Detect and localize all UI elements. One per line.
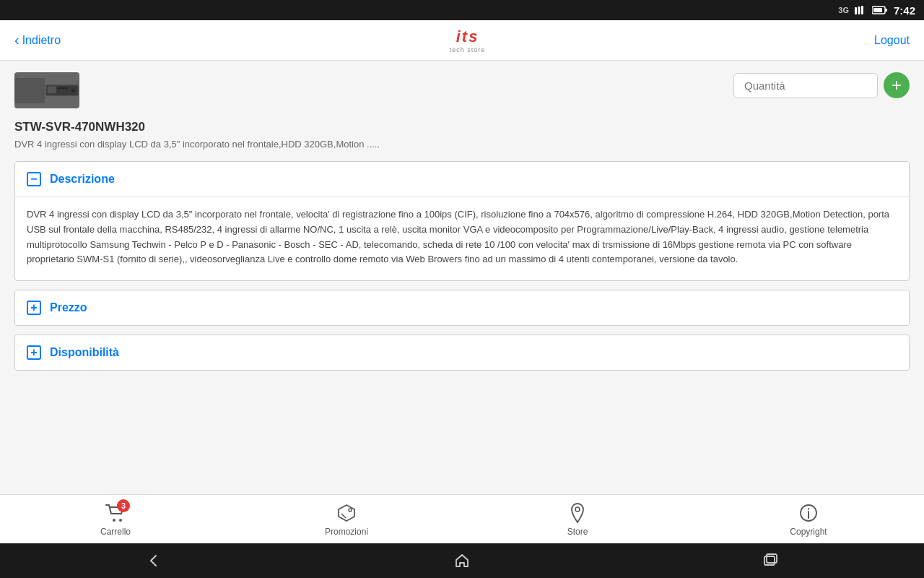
pin-icon [569,502,586,524]
svg-point-17 [575,507,580,512]
svg-point-15 [119,519,122,522]
accordion-disponibilita: + Disponibilità [14,335,910,371]
system-recent-button[interactable] [749,548,792,574]
tab-store[interactable]: Store [549,502,606,537]
svg-point-16 [349,509,352,512]
product-title: STW-SVR-470NWH320 [14,120,910,134]
svg-rect-22 [767,554,777,563]
clock: 7:42 [894,4,915,17]
svg-point-20 [808,508,809,509]
accordion-prezzo-title: Prezzo [50,301,87,314]
svg-rect-2 [861,6,863,14]
system-recent-icon [762,552,779,569]
signal-icon: 3G [838,6,849,14]
tab-promozioni[interactable]: Promozioni [318,502,375,537]
accordion-prezzo-icon: + [27,301,41,315]
svg-point-13 [72,90,74,91]
quantity-area: + [733,72,910,98]
back-label: Indietro [22,34,61,47]
accordion-descrizione-header[interactable]: − Descrizione [15,162,909,197]
svg-rect-4 [873,8,882,12]
accordion-descrizione-body: DVR 4 ingressi con display LCD da 3,5" i… [15,197,909,280]
accordion-disponibilita-title: Disponibilità [50,346,119,359]
system-nav-bar [0,543,924,578]
info-icon [799,504,818,522]
main-content: + STW-SVR-470NWH320 DVR 4 ingressi con d… [0,61,924,494]
tab-store-label: Store [567,527,588,537]
add-to-cart-button[interactable]: + [884,72,910,98]
accordion-disponibilita-header[interactable]: + Disponibilità [15,335,909,370]
svg-rect-1 [858,7,860,14]
tab-promozioni-icon-wrap [334,502,359,524]
tag-icon [336,503,357,523]
cart-badge: 3 [117,499,130,512]
system-home-icon [453,552,471,569]
svg-rect-11 [65,87,68,89]
accordion-prezzo-header[interactable]: + Prezzo [15,290,909,325]
accordion-disponibilita-icon: + [27,345,41,360]
svg-rect-10 [61,87,64,89]
svg-rect-8 [48,87,56,94]
status-bar: 3G 7:42 [0,0,924,20]
logo-sub: tech store [450,46,486,53]
tab-store-icon-wrap [565,502,590,524]
chevron-left-icon: ‹ [14,32,19,48]
accordion-descrizione-title: Descrizione [50,173,115,186]
svg-rect-0 [855,7,857,14]
system-home-button[interactable] [440,548,484,574]
battery-icon [872,6,888,14]
product-short-description: DVR 4 ingressi con display LCD da 3,5" i… [14,139,910,150]
accordion-descrizione: − Descrizione DVR 4 ingressi con display… [14,161,910,281]
product-image [14,72,79,108]
svg-rect-21 [764,556,775,565]
logo-text: its [456,27,479,46]
svg-point-14 [113,519,116,522]
svg-rect-9 [58,87,61,89]
system-back-icon [145,552,162,569]
svg-rect-5 [885,9,887,12]
accordion-descrizione-icon: − [27,172,41,186]
tab-copyright-label: Copyright [790,527,827,537]
nav-bar: ‹ Indietro its tech store Logout [0,20,924,61]
product-image-area [14,72,79,108]
bottom-tab-bar: 3 Carrello Promozioni Store [0,494,924,543]
plus-icon: + [892,77,902,94]
system-back-button[interactable] [132,548,175,574]
logout-button[interactable]: Logout [874,34,910,47]
product-header: + [14,72,910,108]
accordion-prezzo: + Prezzo [14,290,910,326]
quantity-input[interactable] [733,73,878,98]
wifi-icon [855,6,866,14]
tab-carrello-icon-wrap: 3 [103,502,128,524]
tab-carrello[interactable]: 3 Carrello [87,502,144,537]
logo: its tech store [450,27,486,53]
tab-promozioni-label: Promozioni [325,527,368,537]
dvr-device-icon [45,77,79,104]
tab-copyright-icon-wrap [796,502,821,524]
tab-carrello-label: Carrello [100,527,131,537]
back-button[interactable]: ‹ Indietro [14,32,61,48]
tab-copyright[interactable]: Copyright [780,502,837,537]
